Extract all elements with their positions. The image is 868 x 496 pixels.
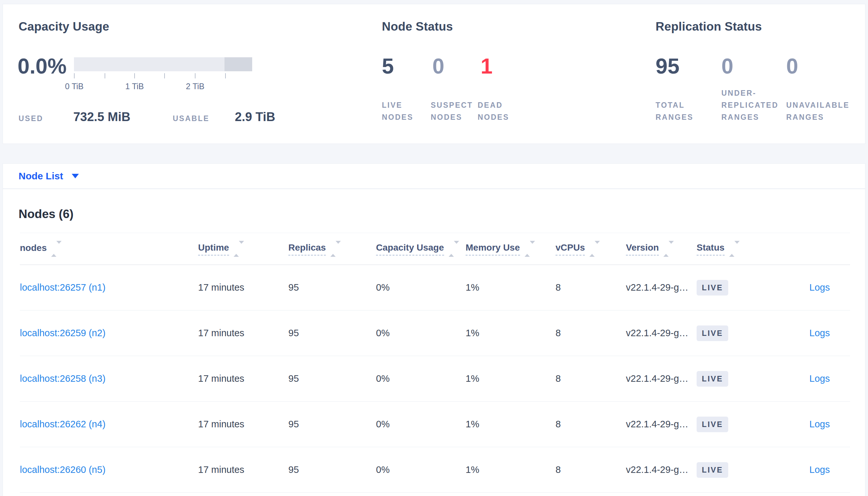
node-link[interactable]: localhost:26257 (n1) bbox=[20, 282, 106, 293]
replicas-cell: 95 bbox=[288, 282, 376, 293]
logs-link[interactable]: Logs bbox=[809, 282, 830, 293]
nodes-table: nodes Uptime Replicas Capacity Usage Mem… bbox=[20, 233, 850, 493]
capacity-cell: 0% bbox=[376, 282, 466, 293]
vcpus-cell: 8 bbox=[555, 464, 626, 475]
vcpus-cell: 8 bbox=[555, 328, 626, 339]
version-cell: v22.1.4-29-g… bbox=[626, 373, 697, 384]
version-cell: v22.1.4-29-g… bbox=[626, 282, 697, 293]
axis-tick-label: 0 TiB bbox=[58, 82, 91, 91]
replicas-cell: 95 bbox=[288, 328, 376, 339]
table-row: localhost:26260 (n5) 17 minutes 95 0% 1%… bbox=[20, 447, 850, 493]
table-row: localhost:26257 (n1) 17 minutes 95 0% 1%… bbox=[20, 265, 850, 310]
node-list-dropdown-label: Node List bbox=[18, 171, 63, 182]
sort-icon[interactable] bbox=[51, 244, 62, 254]
capacity-reserved-segment bbox=[224, 57, 252, 71]
replicas-cell: 95 bbox=[288, 464, 376, 475]
capacity-usage-bar bbox=[74, 57, 252, 71]
unavailable-ranges-label: UNAVAILABLE RANGES bbox=[786, 99, 868, 123]
usable-value: 2.9 TiB bbox=[235, 110, 275, 124]
logs-link[interactable]: Logs bbox=[809, 419, 830, 429]
replicas-cell: 95 bbox=[288, 419, 376, 430]
capacity-usage-title: Capacity Usage bbox=[18, 20, 109, 33]
node-link[interactable]: localhost:26259 (n2) bbox=[20, 328, 106, 338]
node-link[interactable]: localhost:26260 (n5) bbox=[20, 464, 106, 475]
sort-icon[interactable] bbox=[330, 244, 341, 254]
uptime-cell: 17 minutes bbox=[198, 464, 288, 475]
vcpus-cell: 8 bbox=[555, 373, 626, 384]
sort-icon[interactable] bbox=[234, 244, 244, 254]
axis-tick-label: 2 TiB bbox=[179, 82, 211, 91]
dead-nodes-label: DEAD NODES bbox=[478, 99, 523, 123]
nodes-heading: Nodes (6) bbox=[18, 207, 865, 222]
column-header-nodes[interactable]: nodes bbox=[20, 243, 198, 255]
under-replicated-ranges-count: 0 bbox=[721, 53, 733, 79]
memory-cell: 1% bbox=[466, 464, 555, 475]
sort-icon[interactable] bbox=[449, 244, 459, 254]
axis-tick bbox=[195, 73, 195, 78]
logs-link[interactable]: Logs bbox=[809, 328, 830, 338]
total-ranges-count: 95 bbox=[656, 53, 679, 79]
logs-link[interactable]: Logs bbox=[809, 464, 830, 475]
memory-cell: 1% bbox=[466, 282, 555, 293]
column-header-capacity-usage[interactable]: Capacity Usage bbox=[376, 243, 466, 255]
uptime-cell: 17 minutes bbox=[198, 419, 288, 430]
unavailable-ranges-count: 0 bbox=[786, 53, 798, 79]
axis-tick bbox=[225, 73, 226, 78]
axis-tick-label: 1 TiB bbox=[118, 82, 151, 91]
suspect-nodes-count: 0 bbox=[432, 53, 445, 79]
view-selector-bar: Node List bbox=[3, 164, 865, 189]
axis-tick bbox=[105, 73, 105, 78]
vcpus-cell: 8 bbox=[555, 282, 626, 293]
caret-down-icon bbox=[72, 174, 79, 179]
sort-icon[interactable] bbox=[589, 244, 600, 254]
status-badge: LIVE bbox=[697, 371, 728, 387]
capacity-cell: 0% bbox=[376, 328, 466, 339]
node-link[interactable]: localhost:26262 (n4) bbox=[20, 419, 106, 429]
replication-status-title: Replication Status bbox=[656, 20, 762, 33]
cluster-summary-card: Capacity Usage 0.0% 0 TiB 1 TiB 2 TiB US… bbox=[3, 4, 865, 144]
sort-icon[interactable] bbox=[663, 244, 674, 254]
status-badge: LIVE bbox=[697, 325, 728, 341]
column-header-status[interactable]: Status bbox=[697, 243, 767, 255]
under-replicated-ranges-label: UNDER-REPLICATED RANGES bbox=[721, 87, 791, 123]
nodes-table-header: nodes Uptime Replicas Capacity Usage Mem… bbox=[20, 233, 850, 265]
capacity-cell: 0% bbox=[376, 464, 466, 475]
uptime-cell: 17 minutes bbox=[198, 328, 288, 339]
column-header-uptime[interactable]: Uptime bbox=[198, 243, 288, 255]
node-list-dropdown[interactable]: Node List bbox=[18, 171, 79, 182]
axis-tick bbox=[164, 73, 165, 78]
live-nodes-count: 5 bbox=[382, 53, 394, 79]
node-status-title: Node Status bbox=[382, 20, 453, 33]
status-badge: LIVE bbox=[697, 462, 728, 478]
vcpus-cell: 8 bbox=[555, 419, 626, 430]
sort-icon[interactable] bbox=[525, 244, 535, 254]
version-cell: v22.1.4-29-g… bbox=[626, 419, 697, 430]
column-header-vcpus[interactable]: vCPUs bbox=[555, 243, 626, 255]
suspect-nodes-label: SUSPECT NODES bbox=[431, 99, 484, 123]
nodes-card: Nodes (6) nodes Uptime Replicas Capacity… bbox=[3, 189, 865, 496]
uptime-cell: 17 minutes bbox=[198, 282, 288, 293]
dead-nodes-count: 1 bbox=[481, 53, 493, 79]
node-link[interactable]: localhost:26258 (n3) bbox=[20, 373, 106, 384]
capacity-used-percent: 0.0% bbox=[18, 53, 66, 79]
cluster-overview-page: Capacity Usage 0.0% 0 TiB 1 TiB 2 TiB US… bbox=[0, 0, 868, 496]
column-header-replicas[interactable]: Replicas bbox=[288, 243, 376, 255]
version-cell: v22.1.4-29-g… bbox=[626, 464, 697, 475]
table-row: localhost:26259 (n2) 17 minutes 95 0% 1%… bbox=[20, 310, 850, 356]
uptime-cell: 17 minutes bbox=[198, 373, 288, 384]
column-header-version[interactable]: Version bbox=[626, 243, 697, 255]
capacity-used-usable-row: USED 732.5 MiB USABLE 2.9 TiB bbox=[18, 110, 275, 124]
memory-cell: 1% bbox=[466, 328, 555, 339]
logs-link[interactable]: Logs bbox=[809, 373, 830, 384]
sort-icon[interactable] bbox=[729, 244, 739, 254]
live-nodes-label: LIVE NODES bbox=[382, 99, 424, 123]
table-row: localhost:26258 (n3) 17 minutes 95 0% 1%… bbox=[20, 356, 850, 402]
replicas-cell: 95 bbox=[288, 373, 376, 384]
memory-cell: 1% bbox=[466, 419, 555, 430]
axis-tick bbox=[74, 73, 75, 78]
version-cell: v22.1.4-29-g… bbox=[626, 328, 697, 339]
memory-cell: 1% bbox=[466, 373, 555, 384]
usable-label: USABLE bbox=[173, 114, 210, 123]
total-ranges-label: TOTAL RANGES bbox=[656, 99, 708, 123]
column-header-memory-use[interactable]: Memory Use bbox=[466, 243, 555, 255]
